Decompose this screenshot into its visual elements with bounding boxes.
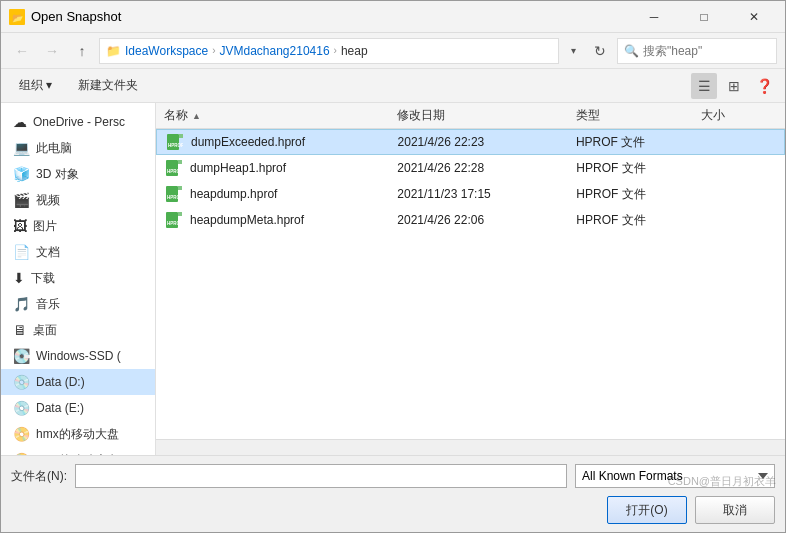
sidebar-item-desktop[interactable]: 🖥 桌面 [1, 317, 155, 343]
file-name: dumpHeap1.hprof [190, 161, 286, 175]
file-type: HPROF 文件 [568, 160, 693, 177]
breadcrumb-bar: 📁 IdeaWorkspace › JVMdachang210416 › hea… [99, 38, 559, 64]
svg-rect-8 [178, 160, 182, 164]
format-select[interactable]: All Known FormatsHPROF Files (*.hprof)Al… [575, 464, 775, 488]
sidebar-item-label: Data (E:) [36, 401, 84, 415]
file-icon: HPROF [164, 159, 184, 177]
sidebar-item-label: hmx的移动大盘 [36, 426, 119, 443]
col-header-name[interactable]: 名称 ▲ [156, 107, 389, 124]
svg-rect-12 [178, 186, 182, 190]
close-button[interactable]: ✕ [731, 1, 777, 33]
sidebar-item-video[interactable]: 🎬 视频 [1, 187, 155, 213]
folder-icon: 📁 [106, 44, 121, 58]
sidebar-item-thispc[interactable]: 💻 此电脑 [1, 135, 155, 161]
view-pane-button[interactable]: ⊞ [721, 73, 747, 99]
window-controls: ─ □ ✕ [631, 1, 777, 33]
sidebar-item-label: 视频 [36, 192, 60, 209]
filename-label: 文件名(N): [11, 468, 67, 485]
horizontal-scrollbar[interactable] [156, 439, 785, 455]
sidebar-item-label: 下载 [31, 270, 55, 287]
help-button[interactable]: ❓ [751, 73, 777, 99]
maximize-button[interactable]: □ [681, 1, 727, 33]
sidebar-item-removable2[interactable]: 📀 hmx的移动大盘 ( [1, 447, 155, 455]
organize-label: 组织 ▾ [19, 77, 52, 94]
file-name: heapdumpMeta.hprof [190, 213, 304, 227]
sidebar-item-removable1[interactable]: 📀 hmx的移动大盘 [1, 421, 155, 447]
organize-button[interactable]: 组织 ▾ [9, 73, 62, 99]
sidebar-item-datae[interactable]: 💿 Data (E:) [1, 395, 155, 421]
filename-input[interactable] [75, 464, 567, 488]
3dobjects-icon: 🧊 [13, 166, 30, 182]
new-folder-label: 新建文件夹 [78, 77, 138, 94]
sidebar-item-3dobjects[interactable]: 🧊 3D 对象 [1, 161, 155, 187]
table-row[interactable]: HPROF heapdump.hprof 2021/11/23 17:15 HP… [156, 181, 785, 207]
dialog-window: 📂 Open Snapshot ─ □ ✕ ← → ↑ 📁 IdeaWorksp… [0, 0, 786, 533]
file-type: HPROF 文件 [568, 134, 692, 151]
svg-text:HPROF: HPROF [167, 195, 182, 200]
svg-text:📂: 📂 [12, 12, 24, 24]
col-header-date[interactable]: 修改日期 [389, 107, 568, 124]
file-list-header: 名称 ▲ 修改日期 类型 大小 [156, 103, 785, 129]
refresh-button[interactable]: ↻ [587, 38, 613, 64]
file-icon: HPROF [164, 185, 184, 203]
table-row[interactable]: HPROF heapdumpMeta.hprof 2021/4/26 22:06… [156, 207, 785, 233]
onedrive-icon: ☁ [13, 114, 27, 130]
breadcrumb-part-2[interactable]: JVMdachang210416 [220, 44, 330, 58]
window-title: Open Snapshot [31, 9, 631, 24]
cancel-button[interactable]: 取消 [695, 496, 775, 524]
file-type: HPROF 文件 [568, 186, 693, 203]
minimize-button[interactable]: ─ [631, 1, 677, 33]
col-header-size[interactable]: 大小 [693, 107, 785, 124]
file-date: 2021/4/26 22:23 [390, 135, 568, 149]
file-date: 2021/11/23 17:15 [389, 187, 568, 201]
action-row: 打开(O) 取消 [11, 496, 775, 524]
sidebar-item-onedrive[interactable]: ☁ OneDrive - Persc [1, 109, 155, 135]
open-button[interactable]: 打开(O) [607, 496, 687, 524]
forward-button[interactable]: → [39, 38, 65, 64]
sidebar-item-label: Data (D:) [36, 375, 85, 389]
sidebar-item-label: 图片 [33, 218, 57, 235]
desktop-icon: 🖥 [13, 322, 27, 338]
sidebar-item-label: OneDrive - Persc [33, 115, 125, 129]
svg-rect-4 [179, 134, 183, 138]
sidebar-item-datad[interactable]: 💿 Data (D:) [1, 369, 155, 395]
sidebar: ☁ OneDrive - Persc 💻 此电脑 🧊 3D 对象 🎬 视频 🖼 … [1, 103, 156, 455]
table-row[interactable]: HPROF dumpExceeded.hprof 2021/4/26 22:23… [156, 129, 785, 155]
view-details-button[interactable]: ☰ [691, 73, 717, 99]
sidebar-item-windowsssd[interactable]: 💽 Windows-SSD ( [1, 343, 155, 369]
search-box: 🔍 [617, 38, 777, 64]
file-date: 2021/4/26 22:06 [389, 213, 568, 227]
sidebar-item-label: 桌面 [33, 322, 57, 339]
breadcrumb-current: heap [341, 44, 368, 58]
svg-text:HPROF: HPROF [167, 221, 182, 226]
sidebar-item-music[interactable]: 🎵 音乐 [1, 291, 155, 317]
col-header-type[interactable]: 类型 [568, 107, 693, 124]
file-list: HPROF dumpExceeded.hprof 2021/4/26 22:23… [156, 129, 785, 439]
video-icon: 🎬 [13, 192, 30, 208]
svg-text:HPROF: HPROF [167, 169, 182, 174]
breadcrumb-part-1[interactable]: IdeaWorkspace [125, 44, 208, 58]
documents-icon: 📄 [13, 244, 30, 260]
file-type: HPROF 文件 [568, 212, 693, 229]
thispc-icon: 💻 [13, 140, 30, 156]
sidebar-item-documents[interactable]: 📄 文档 [1, 239, 155, 265]
forward-icon: → [45, 43, 59, 59]
window-icon: 📂 [9, 9, 25, 25]
sidebar-item-downloads[interactable]: ⬇ 下载 [1, 265, 155, 291]
secondary-toolbar: 组织 ▾ 新建文件夹 ☰ ⊞ ❓ [1, 69, 785, 103]
title-bar: 📂 Open Snapshot ─ □ ✕ [1, 1, 785, 33]
pictures-icon: 🖼 [13, 218, 27, 234]
search-input[interactable] [643, 44, 786, 58]
sidebar-item-label: 音乐 [36, 296, 60, 313]
address-toolbar: ← → ↑ 📁 IdeaWorkspace › JVMdachang210416… [1, 33, 785, 69]
back-button[interactable]: ← [9, 38, 35, 64]
back-icon: ← [15, 43, 29, 59]
table-row[interactable]: HPROF dumpHeap1.hprof 2021/4/26 22:28 HP… [156, 155, 785, 181]
breadcrumb-dropdown-button[interactable]: ▾ [563, 38, 583, 64]
file-name: dumpExceeded.hprof [191, 135, 305, 149]
new-folder-button[interactable]: 新建文件夹 [68, 73, 148, 99]
svg-rect-16 [178, 212, 182, 216]
file-icon: HPROF [164, 211, 184, 229]
up-button[interactable]: ↑ [69, 38, 95, 64]
sidebar-item-pictures[interactable]: 🖼 图片 [1, 213, 155, 239]
